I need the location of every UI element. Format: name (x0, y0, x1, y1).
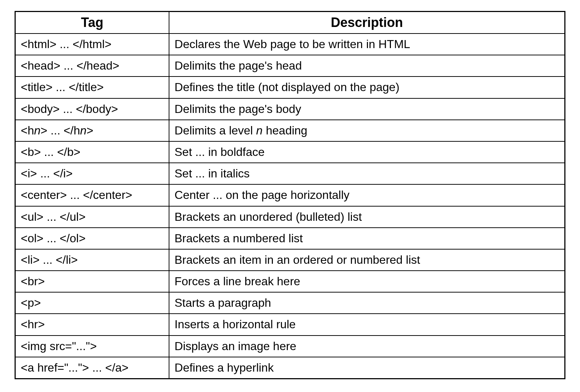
cell-description: Delimits the page's body (169, 98, 565, 120)
cell-tag: <ol> ... </ol> (15, 228, 169, 249)
cell-description: Declares the Web page to be written in H… (169, 34, 565, 55)
cell-tag: <center> ... </center> (15, 184, 169, 206)
cell-description: Forces a line break here (169, 271, 565, 292)
cell-description: Brackets an unordered (bulleted) list (169, 206, 565, 228)
cell-tag: <li> ... </li> (15, 249, 169, 271)
cell-description: Delimits a level n heading (169, 120, 565, 141)
table-row: <body> ... </body> Delimits the page's b… (15, 98, 565, 120)
cell-description: Delimits the page's head (169, 55, 565, 77)
cell-description: Starts a paragraph (169, 292, 565, 314)
table-row: <ul> ... </ul> Brackets an unordered (bu… (15, 206, 565, 228)
table-row: <i> ... </i> Set ... in italics (15, 163, 565, 184)
header-description: Description (169, 12, 565, 34)
cell-tag: <b> ... </b> (15, 141, 169, 163)
cell-tag: <title> ... </title> (15, 77, 169, 98)
cell-description: Displays an image here (169, 336, 565, 357)
cell-description: Brackets a numbered list (169, 228, 565, 249)
cell-tag: <head> ... </head> (15, 55, 169, 77)
cell-description: Center ... on the page horizontally (169, 184, 565, 206)
table-row: <head> ... </head> Delimits the page's h… (15, 55, 565, 77)
header-tag: Tag (15, 12, 169, 34)
table-row: <p> Starts a paragraph (15, 292, 565, 314)
table-row: <hr> Inserts a horizontal rule (15, 314, 565, 335)
table-row: <title> ... </title> Defines the title (… (15, 77, 565, 98)
cell-description: Defines the title (not displayed on the … (169, 77, 565, 98)
cell-description: Inserts a horizontal rule (169, 314, 565, 335)
cell-tag: <hr> (15, 314, 169, 335)
cell-tag: <a href="..."> ... </a> (15, 357, 169, 379)
cell-tag: <br> (15, 271, 169, 292)
cell-description: Defines a hyperlink (169, 357, 565, 379)
table-row: <ol> ... </ol> Brackets a numbered list (15, 228, 565, 249)
cell-tag: <ul> ... </ul> (15, 206, 169, 228)
cell-tag: <hn> ... </hn> (15, 120, 169, 141)
table-row: <li> ... </li> Brackets an item in an or… (15, 249, 565, 271)
table-row: <img src="..."> Displays an image here (15, 336, 565, 357)
cell-description: Set ... in italics (169, 163, 565, 184)
cell-description: Brackets an item in an ordered or number… (169, 249, 565, 271)
html-tags-table: Tag Description <html> ... </html> Decla… (15, 11, 565, 379)
table-row: <b> ... </b> Set ... in boldface (15, 141, 565, 163)
cell-description: Set ... in boldface (169, 141, 565, 163)
cell-tag: <img src="..."> (15, 336, 169, 357)
cell-tag: <body> ... </body> (15, 98, 169, 120)
table-row: <hn> ... </hn> Delimits a level n headin… (15, 120, 565, 141)
table-header-row: Tag Description (15, 12, 565, 34)
cell-tag: <i> ... </i> (15, 163, 169, 184)
table-row: <html> ... </html> Declares the Web page… (15, 34, 565, 55)
table-row: <a href="..."> ... </a> Defines a hyperl… (15, 357, 565, 379)
cell-tag: <p> (15, 292, 169, 314)
table-row: <br> Forces a line break here (15, 271, 565, 292)
cell-tag: <html> ... </html> (15, 34, 169, 55)
table-row: <center> ... </center> Center ... on the… (15, 184, 565, 206)
